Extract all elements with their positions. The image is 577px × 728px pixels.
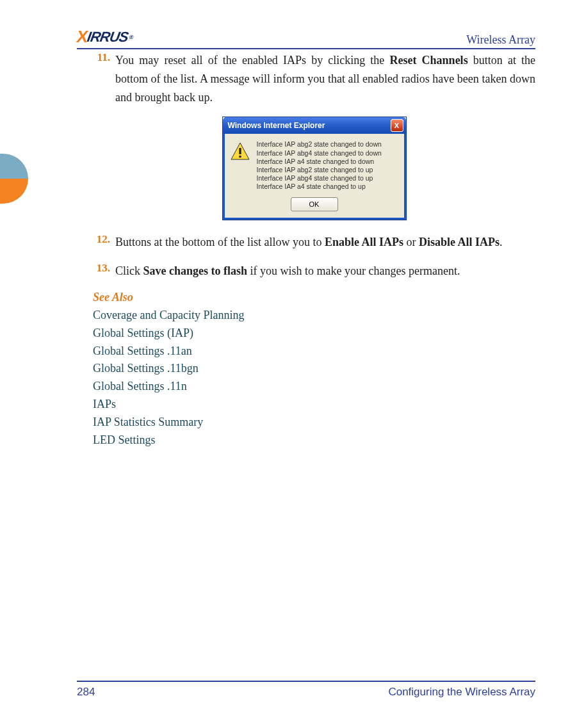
header-title: Wireless Array — [466, 33, 535, 47]
see-also-item: IAP Statistics Summary — [93, 414, 535, 432]
dialog-window: Windows Internet Explorer X — [222, 117, 407, 220]
step-number: 13. — [93, 262, 115, 280]
footer-bar: 284 Configuring the Wireless Array — [77, 681, 535, 699]
section-tab-icon — [0, 154, 28, 204]
close-icon[interactable]: X — [391, 119, 403, 132]
see-also-item: Global Settings .11an — [93, 343, 535, 360]
dialog-message-line: Interface IAP a4 state changed to up — [257, 182, 382, 191]
see-also-link[interactable]: Global Settings (IAP) — [93, 327, 193, 339]
dialog-title: Windows Internet Explorer — [228, 121, 325, 130]
see-also-link[interactable]: Global Settings .11bgn — [93, 362, 199, 375]
see-also-item: LED Settings — [93, 432, 535, 449]
see-also-link[interactable]: IAP Statistics Summary — [93, 416, 203, 428]
see-also-item: Global Settings (IAP) — [93, 325, 535, 343]
ok-button[interactable]: OK — [291, 197, 338, 211]
svg-rect-2 — [239, 156, 241, 158]
see-also-link[interactable]: Coverage and Capacity Planning — [93, 309, 244, 321]
step-body: You may reset all of the enabled IAPs by… — [115, 51, 535, 106]
dialog-screenshot: Windows Internet Explorer X — [93, 117, 535, 220]
dialog-message-line: Interface IAP abg2 state changed to up — [257, 166, 382, 174]
dialog-message-line: Interface IAP abg4 state changed to down — [257, 149, 382, 158]
step-11: 11. You may reset all of the enabled IAP… — [93, 51, 535, 106]
page-number: 284 — [77, 686, 95, 699]
see-also-list: Coverage and Capacity PlanningGlobal Set… — [93, 307, 535, 449]
see-also-link[interactable]: IAPs — [93, 398, 116, 410]
main-content: 11. You may reset all of the enabled IAP… — [93, 51, 535, 449]
see-also-item: Global Settings .11bgn — [93, 360, 535, 378]
warning-icon — [230, 142, 250, 162]
footer-section-title: Configuring the Wireless Array — [388, 686, 535, 699]
step-13: 13. Click Save changes to flash if you w… — [93, 262, 535, 280]
see-also-link[interactable]: Global Settings .11an — [93, 344, 192, 357]
svg-rect-1 — [239, 148, 241, 154]
dialog-message-lines: Interface IAP abg2 state changed to down… — [257, 140, 382, 191]
step-body: Click Save changes to flash if you wish … — [115, 262, 535, 280]
see-also-item: Coverage and Capacity Planning — [93, 307, 535, 325]
step-body: Buttons at the bottom of the list allow … — [115, 233, 535, 252]
logo-text: IRRUS — [86, 29, 129, 45]
see-also-link[interactable]: LED Settings — [93, 433, 156, 446]
see-also-heading: See Also — [93, 291, 535, 304]
see-also-link[interactable]: Global Settings .11n — [93, 380, 187, 392]
header-bar: X IRRUS® Wireless Array — [77, 27, 535, 49]
step-number: 11. — [93, 51, 115, 106]
step-number: 12. — [93, 233, 115, 252]
dialog-titlebar: Windows Internet Explorer X — [223, 117, 406, 134]
brand-logo: X IRRUS® — [75, 27, 134, 47]
dialog-message-line: Interface IAP abg4 state changed to up — [257, 174, 382, 182]
dialog-message-line: Interface IAP a4 state changed to down — [257, 158, 382, 166]
dialog-message-line: Interface IAP abg2 state changed to down — [257, 140, 382, 149]
see-also-item: Global Settings .11n — [93, 378, 535, 396]
step-12: 12. Buttons at the bottom of the list al… — [93, 233, 535, 252]
see-also-item: IAPs — [93, 396, 535, 414]
